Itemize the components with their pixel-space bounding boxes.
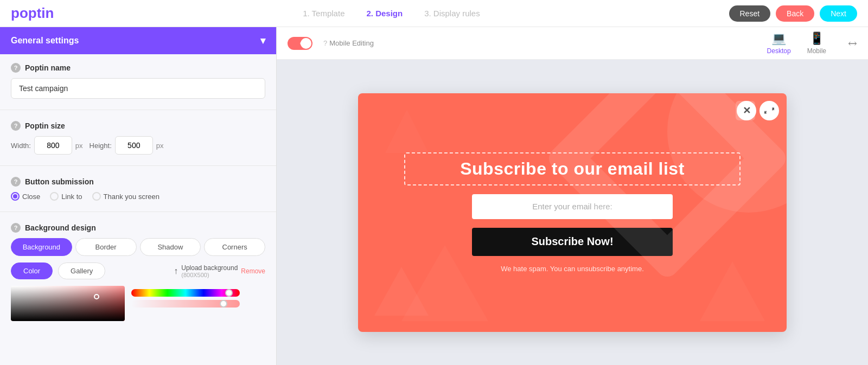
- hue-slider[interactable]: [131, 289, 240, 297]
- panel-chevron-icon[interactable]: ▾: [260, 35, 265, 47]
- top-nav: poptin 1. Template 2. Design 3. Display …: [0, 0, 868, 27]
- popup-container: ✕ Subscribe to our email list Enter your…: [358, 93, 787, 332]
- back-button[interactable]: Back: [776, 5, 814, 22]
- radio-thank-you[interactable]: Thank you screen: [92, 192, 159, 201]
- logo-text: poptin: [11, 5, 54, 22]
- main-layout: General settings ▾ ? Poptin name ? Popti…: [0, 27, 868, 365]
- poptin-size-section: ? Poptin size Width: px Height: px: [0, 112, 276, 163]
- reset-button[interactable]: Reset: [729, 5, 771, 22]
- toggle-knob: [301, 38, 311, 49]
- desktop-icon: 💻: [771, 31, 786, 46]
- toggle-switch[interactable]: OFF: [288, 37, 312, 50]
- popup-email-placeholder: Enter your email here:: [532, 202, 612, 211]
- poptin-name-label: ? Poptin name: [11, 63, 265, 73]
- poptin-name-input[interactable]: [11, 78, 265, 99]
- color-handle: [94, 294, 99, 299]
- poptin-name-section: ? Poptin name: [0, 54, 276, 107]
- tab-background[interactable]: Background: [11, 238, 72, 256]
- popup-x-button[interactable]: ✕: [737, 101, 756, 120]
- expand-icon[interactable]: ⤢: [845, 35, 860, 51]
- popup-email-input[interactable]: Enter your email here:: [472, 194, 673, 219]
- radio-link-indicator: [50, 192, 59, 201]
- hue-handle: [225, 289, 233, 297]
- size-row: Width: px Height: px: [11, 136, 265, 155]
- preview-toolbar: OFF ? Mobile Editing 💻 Desktop 📱 Mobile …: [277, 27, 868, 60]
- step-2[interactable]: 2. Design: [366, 9, 403, 18]
- upload-bg-label: Upload background: [181, 264, 238, 272]
- alpha-slider[interactable]: [131, 300, 240, 308]
- radio-group: Close Link to Thank you screen: [11, 192, 265, 201]
- color-tab-button[interactable]: Color: [11, 262, 53, 279]
- background-help-icon[interactable]: ?: [11, 223, 21, 233]
- mobile-label: Mobile: [807, 47, 826, 55]
- upload-background-button[interactable]: ↑ Upload background (800X500) Remove: [174, 264, 265, 278]
- popup-spam-text: We hate spam. You can unsubscribe anytim…: [501, 265, 644, 273]
- radio-close-indicator: [11, 192, 20, 201]
- background-design-section: ? Background design Background Border Sh…: [0, 214, 276, 330]
- deco-triangle-4: [385, 110, 429, 153]
- deco-triangle-2: [401, 245, 488, 321]
- right-area: OFF ? Mobile Editing 💻 Desktop 📱 Mobile …: [277, 27, 868, 365]
- color-gradient-dark: [11, 286, 125, 321]
- device-tabs: 💻 Desktop 📱 Mobile: [767, 31, 826, 55]
- button-submission-help-icon[interactable]: ?: [11, 177, 21, 187]
- width-label: Width:: [11, 142, 31, 150]
- nav-steps: 1. Template 2. Design 3. Display rules: [303, 9, 480, 18]
- poptin-name-help-icon[interactable]: ?: [11, 63, 21, 73]
- color-gradient[interactable]: [11, 286, 125, 321]
- tab-shadow[interactable]: Shadow: [140, 238, 201, 256]
- panel-title: General settings: [11, 36, 79, 46]
- width-group: Width: px: [11, 136, 83, 155]
- button-submission-label: ? Button submission: [11, 177, 265, 187]
- poptin-size-help-icon[interactable]: ?: [11, 121, 21, 131]
- color-gallery-row: Color Gallery ↑ Upload background (800X5…: [11, 262, 265, 279]
- next-button[interactable]: Next: [820, 5, 857, 22]
- step-3[interactable]: 3. Display rules: [424, 9, 480, 18]
- toggle-track[interactable]: OFF: [288, 37, 312, 50]
- popup-close-button[interactable]: [760, 101, 779, 120]
- radio-thankyou-indicator: [92, 192, 101, 201]
- desktop-label: Desktop: [767, 47, 791, 55]
- panel-header: General settings ▾: [0, 27, 276, 54]
- poptin-size-label: ? Poptin size: [11, 121, 265, 131]
- gallery-tab-button[interactable]: Gallery: [58, 262, 105, 279]
- left-panel: General settings ▾ ? Poptin name ? Popti…: [0, 27, 277, 365]
- alpha-handle: [220, 300, 227, 308]
- background-design-label: ? Background design: [11, 223, 265, 233]
- deco-triangle-3: [700, 261, 765, 321]
- sliders-area: [131, 286, 240, 308]
- height-input[interactable]: [115, 136, 153, 155]
- step-1[interactable]: 1. Template: [303, 9, 344, 18]
- tab-border[interactable]: Border: [75, 238, 137, 256]
- design-tab-row: Background Border Shadow Corners: [11, 238, 265, 256]
- tab-desktop[interactable]: 💻 Desktop: [767, 31, 791, 55]
- popup-submit-button[interactable]: Subscribe Now!: [472, 228, 673, 256]
- button-submission-section: ? Button submission Close Link to Thank …: [0, 168, 276, 209]
- color-picker-area: [11, 286, 265, 321]
- logo: poptin: [11, 5, 54, 22]
- height-px: px: [156, 142, 164, 150]
- radio-link-to[interactable]: Link to: [50, 192, 82, 201]
- tab-mobile[interactable]: 📱 Mobile: [807, 31, 826, 55]
- nav-actions: Reset Back Next: [729, 5, 858, 22]
- popup-submit-label: Subscribe Now!: [531, 235, 613, 248]
- width-input[interactable]: [34, 136, 72, 155]
- upload-icon: ↑: [174, 266, 178, 276]
- mobile-editing-label: ? Mobile Editing: [323, 39, 374, 47]
- height-label: Height:: [90, 142, 112, 150]
- tab-corners[interactable]: Corners: [204, 238, 265, 256]
- remove-link[interactable]: Remove: [241, 267, 265, 275]
- radio-close[interactable]: Close: [11, 192, 40, 201]
- width-px: px: [75, 142, 83, 150]
- mobile-icon: 📱: [809, 31, 824, 46]
- height-group: Height: px: [90, 136, 164, 155]
- upload-size-label: (800X500): [181, 272, 238, 278]
- preview-canvas: ✕ Subscribe to our email list Enter your…: [277, 60, 868, 365]
